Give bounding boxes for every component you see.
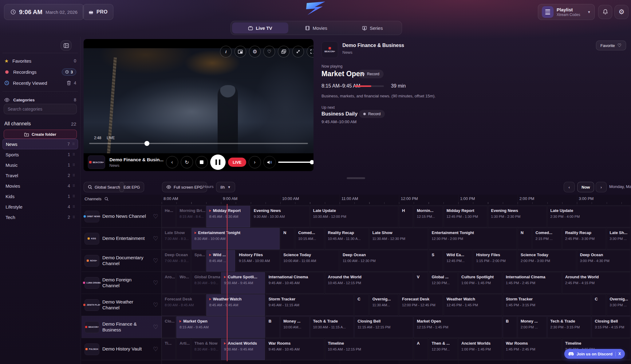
epg-program-cell[interactable]: History Files9:15 AM - 10:00 AM [236,250,280,272]
epg-program-cell[interactable]: Late Show11:30 AM - 12:30 PM [369,228,428,249]
seek-bar[interactable] [89,143,308,144]
global-search-button[interactable]: Global Search [84,182,124,192]
epg-program-cell[interactable]: Arti... [176,339,191,360]
fullscreen-epg-button[interactable]: Full screen EPG [162,182,207,192]
collapse-sidebar-button[interactable] [61,40,72,51]
favorite-heart-icon[interactable]: ♡ [153,323,158,331]
epg-program-cell[interactable]: Reality Recap10:45 AM - 11:30 A... [325,228,369,249]
pro-badge[interactable]: PRO [83,4,113,20]
epg-program-cell[interactable]: He... [162,206,176,227]
record-next-button[interactable]: Record [359,110,385,118]
drag-handle-icon[interactable]: ⠿ [73,174,75,178]
epg-program-cell[interactable]: Market Open12:15 PM - 1:45 PM [414,316,502,338]
epg-program-cell[interactable]: Entertainment Tonight8:30 AM - 10:00 AM [191,228,280,249]
panel-resize-handle[interactable] [347,177,365,179]
live-badge[interactable]: LIVE [228,158,246,167]
fullscreen-button[interactable] [307,46,314,57]
epg-program-cell[interactable]: Comed...2:15 PM ... [532,228,562,249]
channel-cell[interactable]: KIDSDemo Entertainment♡ [81,228,162,249]
resize-button[interactable] [292,46,304,57]
epg-prev-button[interactable]: ‹ [564,182,575,192]
epg-program-cell[interactable]: V [414,272,428,294]
favorite-heart-icon[interactable]: ♡ [153,279,158,286]
epg-program-cell[interactable]: Culture Spotli...9:00 AM - 9:45 AM [221,272,265,294]
record-button[interactable]: Record [358,70,384,78]
search-icon[interactable] [105,197,108,201]
create-folder-button[interactable]: Create folder [4,130,77,139]
epg-program-cell[interactable]: Forecast Desk12:00 PM - 12:45 PM [399,294,443,316]
sidebar-item-favorites[interactable]: ★ Favorites 0 [4,56,76,65]
previous-channel-button[interactable]: ‹ [166,156,178,168]
epg-next-button[interactable]: › [596,182,607,192]
epg-program-cell[interactable]: C [592,294,606,316]
epg-program-cell[interactable]: Tech & Trade2:30 PM - 3:15 PM [547,316,591,338]
epg-program-cell[interactable]: B [266,316,280,338]
search-categories-input[interactable] [4,104,77,114]
epg-program-cell[interactable]: Tech & Trade10:30 AM - 11:15 A... [310,316,354,338]
info-button[interactable]: i [220,46,232,57]
epg-program-cell[interactable]: Weather Watch12:45 PM - 1:45 PM [444,294,502,316]
discord-close-button[interactable]: X [618,352,621,356]
epg-program-cell[interactable]: Midday Report8:45 AM - 9:30 AM [206,206,250,227]
epg-program-cell[interactable]: Storm Tracker9:45 AM - 11:15 AM [266,294,354,316]
epg-program-cell[interactable]: Timeline10:45 AM - 12:15 PM [325,339,413,360]
epg-program-cell[interactable]: Then & ...12:30 PM... [429,339,458,360]
tab-movies[interactable]: Movies [288,22,345,33]
epg-program-cell[interactable]: Global ...12:30 PM... [429,272,458,294]
epg-program-cell[interactable]: Around the World10:45 AM - 12:15 PM [325,272,413,294]
pip-button[interactable] [235,46,246,57]
edit-epg-button[interactable]: Edit EPG [119,182,144,192]
volume-slider[interactable] [278,162,312,163]
epg-program-cell[interactable]: Midday Report12:45 PM - 1:30 PM [444,206,487,227]
epg-program-cell[interactable]: Weather Watch8:45 AM - 9:45 AM [206,294,265,316]
channel-cell[interactable]: BEACON+Demo Finance & Business♡ [81,316,162,338]
sidebar-category-movies[interactable]: Movies4⠿ [2,181,78,191]
video-player[interactable]: i ⚙ ♡ 2:48 LIVE BEACON+ Demo [84,39,314,171]
sidebar-category-music[interactable]: Music1⠿ [2,160,78,170]
epg-program-cell[interactable]: C [354,294,369,316]
stop-button[interactable] [195,156,208,168]
epg-now-button[interactable]: Now [577,182,594,192]
favorite-heart-icon[interactable]: ♡ [153,257,158,264]
drag-handle-icon[interactable]: ⠿ [73,215,75,219]
drag-handle-icon[interactable]: ⠿ [73,163,75,167]
epg-program-cell[interactable]: Morning Bri...8:15 AM - 8:4... [176,206,206,227]
all-channels-row[interactable]: All channels 22 [4,119,76,128]
epg-program-cell[interactable]: Aro... [162,272,176,294]
multiview-button[interactable] [278,46,290,57]
favorite-heart-icon[interactable]: ♡ [153,213,158,220]
seek-thumb[interactable] [144,141,149,146]
reload-button[interactable]: ↻ [181,156,193,168]
epg-program-cell[interactable]: Global Drama8:30 AM - 9:0... [191,272,221,294]
epg-program-cell[interactable]: Market Open8:15 AM - 9:45 AM [176,316,265,338]
drag-handle-icon[interactable]: ⠿ [73,205,75,209]
hours-select[interactable]: 8h ▼ [216,182,235,192]
epg-program-cell[interactable]: B [503,316,517,338]
notifications-button[interactable] [598,5,612,19]
epg-program-cell[interactable]: Ancient Worlds9:00 AM - 9:45 AM [221,339,265,360]
epg-program-cell[interactable]: Late Sh...3:30 PM ... [607,228,631,249]
favorite-heart-icon[interactable]: ♡ [153,301,158,308]
tab-live-tv[interactable]: Live TV [232,22,288,33]
epg-program-cell[interactable]: Late Update2:30 PM - 4:00 PM [547,206,631,227]
epg-program-cell[interactable]: Overnig...3:30 PM ... [607,294,631,316]
sidebar-category-travel[interactable]: Travel2⠿ [2,170,78,181]
channel-cell[interactable]: ORBIT NEWSDemo News Channel♡ [81,205,162,227]
epg-program-cell[interactable]: Clo... [162,316,176,338]
epg-program-cell[interactable]: Deep Ocean11:00 AM - 12:30 PM [340,250,428,272]
epg-program-cell[interactable]: N [280,228,294,249]
sidebar-item-recordings[interactable]: Recordings 3 [4,67,76,76]
epg-program-cell[interactable]: Science Today10:00 AM - 11:00 AM [280,250,339,272]
sidebar-item-recently-viewed[interactable]: Recently Viewed 4 [4,78,76,88]
epg-program-cell[interactable]: Ti... [162,339,176,360]
epg-program-cell[interactable]: A [414,339,428,360]
epg-program-cell[interactable]: Evening News9:30 AM - 10:30 AM [251,206,310,227]
sidebar-category-lifestyle[interactable]: Lifestyle4⠿ [2,202,78,212]
trash-icon[interactable] [67,80,71,85]
favorite-heart-icon[interactable]: ♡ [153,346,158,353]
epg-program-cell[interactable]: Overnig...11:30 AM... [369,294,399,316]
sidebar-category-news[interactable]: News7⠿ [2,139,78,149]
epg-program-cell[interactable]: War Rooms1:45 PM - 2:45 PM [503,339,562,360]
epg-program-cell[interactable]: Culture Spotlight1:00 PM - 1:45 PM [458,272,502,294]
epg-program-cell[interactable]: War Rooms9:45 AM - 10:45 AM [266,339,324,360]
